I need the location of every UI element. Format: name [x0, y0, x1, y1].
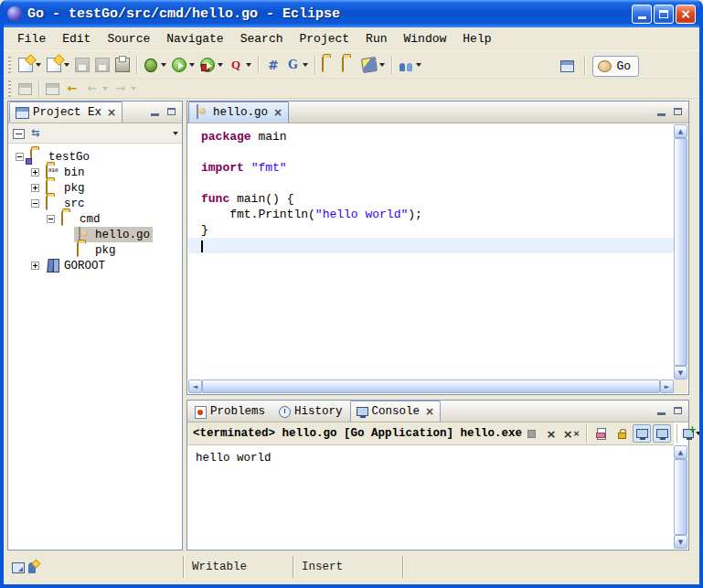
collapse-all-button[interactable]	[12, 126, 26, 140]
tree-item-testgo[interactable]: testGo	[8, 149, 182, 165]
display-console-button[interactable]	[683, 424, 701, 443]
status-separator	[402, 556, 404, 578]
save-button[interactable]	[72, 54, 92, 76]
coverage-button[interactable]	[226, 54, 254, 76]
run-button[interactable]	[169, 54, 197, 76]
tree-item-src[interactable]: src	[8, 196, 182, 211]
menu-navigate[interactable]: Navigate	[158, 29, 231, 48]
tab-project-explorer[interactable]: Project Ex ×	[9, 102, 122, 123]
scroll-right-icon[interactable]: ►	[660, 380, 674, 393]
debug-button[interactable]	[141, 54, 169, 76]
menu-run[interactable]: Run	[357, 29, 395, 48]
tree-item-hello-go[interactable]: hello.go	[8, 227, 182, 242]
expander-icon[interactable]	[47, 215, 55, 223]
maximize-button[interactable]	[654, 5, 674, 24]
pin-console-button[interactable]	[653, 424, 671, 443]
user-status-button[interactable]	[25, 561, 38, 574]
open-type-button[interactable]	[319, 54, 339, 76]
toolbar-grip[interactable]	[8, 80, 11, 97]
go-tools-button[interactable]	[282, 54, 311, 76]
menu-search[interactable]: Search	[232, 29, 292, 48]
scrollbar-thumb[interactable]	[202, 380, 660, 393]
close-tab-icon[interactable]: ×	[425, 406, 434, 417]
word-wrap-button[interactable]	[633, 424, 651, 443]
tree-item-src-pkg[interactable]: pkg	[8, 242, 182, 258]
tab-problems[interactable]: Problems	[188, 401, 272, 422]
tree-item-cmd[interactable]: cmd	[8, 211, 182, 227]
close-tab-icon[interactable]: ×	[273, 107, 282, 118]
scroll-lock-button[interactable]	[612, 424, 631, 443]
fast-view-button[interactable]	[11, 561, 25, 574]
maximize-view-button[interactable]	[671, 105, 685, 119]
remove-launch-button[interactable]: ×	[542, 424, 560, 443]
scroll-down-icon[interactable]: ▼	[674, 535, 687, 549]
minimize-view-button[interactable]	[148, 105, 162, 119]
remove-all-launches-button[interactable]: ××	[562, 424, 581, 443]
previous-annotation-button[interactable]	[43, 78, 62, 100]
minimize-view-icon	[657, 113, 666, 116]
toolbar-grip[interactable]	[8, 57, 11, 73]
go-perspective-button[interactable]: Go	[592, 56, 639, 77]
tab-history[interactable]: History	[272, 401, 349, 422]
next-annotation-button[interactable]	[16, 78, 35, 100]
link-with-editor-button[interactable]: ⇆	[28, 126, 42, 140]
expander-icon[interactable]	[31, 168, 39, 176]
editor-vertical-scrollbar[interactable]: ▲ ▼	[674, 124, 687, 380]
console-vertical-scrollbar[interactable]: ▲ ▼	[674, 445, 687, 549]
new-go-element-button[interactable]	[44, 54, 72, 76]
new-wizard-button[interactable]	[16, 54, 44, 76]
terminate-button[interactable]	[522, 424, 540, 443]
minimize-button[interactable]	[632, 5, 652, 24]
menu-source[interactable]: Source	[99, 29, 158, 48]
editor-horizontal-scrollbar[interactable]: ◄ ►	[188, 380, 674, 393]
scrollbar-thumb[interactable]	[674, 459, 687, 535]
expander-icon[interactable]	[31, 262, 39, 270]
go-build-button[interactable]	[262, 54, 282, 76]
open-perspective-icon	[560, 60, 574, 72]
last-edit-location-button[interactable]: ←	[62, 78, 82, 100]
console-output-text: hello world	[196, 452, 272, 465]
console-output[interactable]: hello world	[188, 445, 674, 549]
menu-help[interactable]: Help	[454, 29, 499, 48]
open-perspective-button[interactable]	[558, 55, 577, 77]
console-header-buttons	[651, 400, 688, 422]
menu-file[interactable]: File	[9, 29, 54, 48]
view-menu-icon[interactable]	[173, 132, 178, 135]
tree-item-pkg[interactable]: pkg	[8, 180, 182, 196]
tab-hello-go[interactable]: hello.go ×	[188, 102, 289, 123]
code-area[interactable]: package main import "fmt" func main() { …	[188, 124, 674, 380]
search-button[interactable]	[359, 54, 388, 76]
maximize-view-button[interactable]	[671, 404, 685, 418]
menu-edit[interactable]: Edit	[54, 29, 99, 48]
scroll-up-icon[interactable]: ▲	[674, 124, 687, 138]
external-tools-button[interactable]	[197, 54, 226, 76]
menu-window[interactable]: Window	[396, 29, 455, 48]
open-resource-button[interactable]	[339, 54, 359, 76]
fast-view-icon	[12, 562, 25, 573]
forward-icon: →	[113, 81, 128, 96]
scroll-left-icon[interactable]: ◄	[188, 380, 202, 393]
tree-item-goroot[interactable]: GOROOT	[8, 258, 182, 273]
close-tab-icon[interactable]: ×	[107, 107, 116, 118]
save-all-button[interactable]	[92, 54, 112, 76]
expander-icon[interactable]	[31, 184, 39, 192]
print-button[interactable]	[112, 54, 133, 76]
minimize-view-button[interactable]	[655, 105, 668, 119]
minimize-view-button[interactable]	[655, 404, 668, 418]
tree-item-bin[interactable]: bin	[8, 165, 182, 180]
team-button[interactable]	[396, 54, 424, 76]
history-icon	[279, 406, 291, 418]
scroll-up-icon[interactable]: ▲	[674, 445, 687, 459]
clear-console-button[interactable]	[592, 424, 611, 443]
scroll-down-icon[interactable]: ▼	[674, 366, 687, 380]
expander-icon[interactable]	[31, 199, 39, 208]
forward-button[interactable]: →	[111, 78, 139, 100]
back-button[interactable]: ←	[82, 78, 111, 100]
tab-console[interactable]: Console ×	[350, 401, 442, 422]
menu-project[interactable]: Project	[291, 29, 357, 48]
close-button[interactable]: ×	[676, 5, 696, 24]
maximize-view-button[interactable]	[165, 105, 178, 119]
scrollbar-thumb[interactable]	[674, 138, 687, 366]
tree-item-label: pkg	[95, 244, 116, 257]
expander-icon[interactable]	[16, 153, 24, 161]
